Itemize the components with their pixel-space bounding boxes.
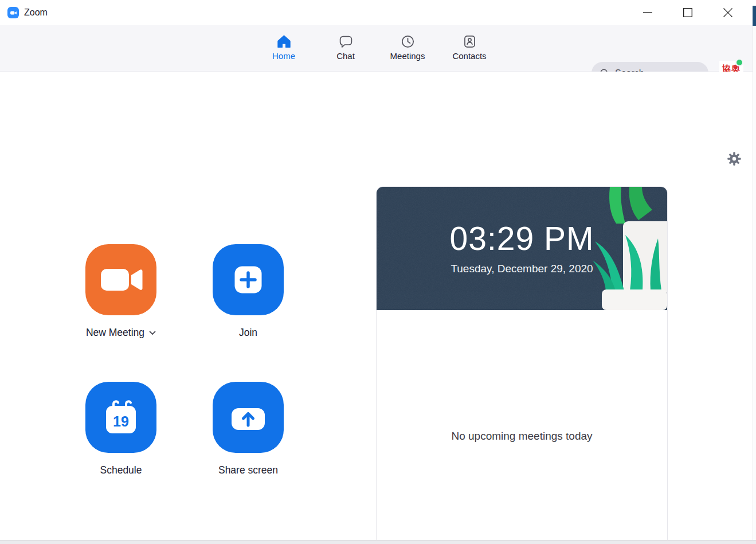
new-meeting-button[interactable] [85, 244, 156, 315]
window-title: Zoom [24, 7, 48, 18]
clock-time: 03:29 PM [377, 220, 667, 257]
no-meetings-message: No upcoming meetings today [377, 430, 667, 443]
maximize-button[interactable] [668, 0, 708, 25]
action-share-screen: Share screen [213, 382, 284, 477]
home-icon [276, 34, 292, 49]
actions-grid: New Meeting Join [85, 244, 284, 477]
tab-home[interactable]: Home [253, 25, 315, 72]
new-meeting-label: New Meeting [86, 327, 144, 339]
tab-contacts[interactable]: Contacts [438, 25, 500, 72]
tab-meetings[interactable]: Meetings [377, 25, 438, 72]
gear-icon [727, 151, 742, 166]
clock-date: Tuesday, December 29, 2020 [377, 263, 667, 275]
tab-meetings-label: Meetings [390, 51, 425, 61]
tab-contacts-label: Contacts [452, 51, 486, 61]
close-button[interactable] [708, 0, 748, 25]
background-window-edge [753, 6, 756, 544]
tab-chat[interactable]: Chat [315, 25, 377, 72]
video-camera-icon [85, 244, 156, 315]
clock-banner: 03:29 PM Tuesday, December 29, 2020 [377, 187, 667, 310]
share-screen-label: Share screen [218, 464, 278, 476]
minimize-icon [643, 7, 653, 18]
share-screen-button[interactable] [213, 382, 284, 453]
maximize-icon [683, 7, 693, 18]
calendar-icon: 19 [85, 382, 156, 453]
schedule-button[interactable]: 19 [85, 382, 156, 453]
tab-chat-label: Chat [336, 51, 355, 61]
calendar-day-number: 19 [113, 413, 129, 429]
join-label: Join [239, 327, 257, 339]
chevron-down-icon[interactable] [149, 331, 156, 335]
share-up-arrow-icon [213, 382, 284, 453]
online-status-dot [735, 58, 743, 66]
action-new-meeting: New Meeting [85, 244, 156, 339]
meetings-clock-icon [400, 34, 416, 49]
nav-bar: Home Chat Meetings Contacts [0, 25, 756, 72]
tab-home-label: Home [272, 51, 295, 61]
title-bar: Zoom [0, 0, 756, 25]
meetings-card: 03:29 PM Tuesday, December 29, 2020 No u… [376, 186, 668, 544]
chat-icon [338, 34, 354, 49]
join-button[interactable] [213, 244, 284, 315]
nav-tabs: Home Chat Meetings Contacts [253, 25, 500, 72]
background-window-bottom-edge [0, 540, 756, 544]
contacts-icon [462, 34, 477, 49]
background-window-edge-blue [753, 6, 756, 26]
window-controls [628, 0, 748, 25]
schedule-label: Schedule [100, 464, 142, 476]
minimize-button[interactable] [628, 0, 668, 25]
plus-icon [213, 244, 284, 315]
action-schedule: 19 Schedule [85, 382, 156, 477]
close-icon [723, 7, 733, 18]
action-join: Join [213, 244, 284, 339]
home-content: New Meeting Join [0, 72, 753, 540]
settings-button[interactable] [727, 151, 742, 166]
zoom-logo-icon [7, 7, 19, 18]
